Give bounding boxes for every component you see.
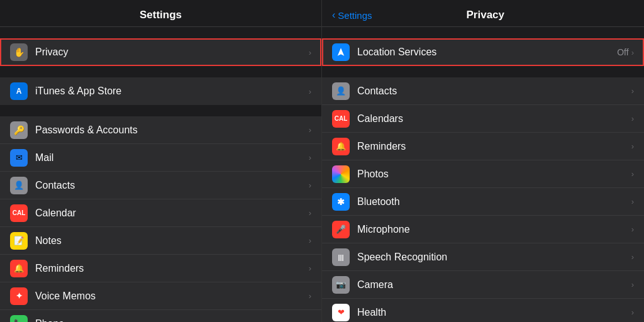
phone-label: Phone — [35, 318, 309, 323]
appstore-icon: A — [10, 82, 28, 100]
calendar-label: Calendar — [35, 208, 309, 219]
chevron-icon: › — [631, 197, 634, 206]
reminders2-icon: 🔔 — [332, 138, 350, 155]
chevron-icon: › — [309, 236, 311, 245]
voicememos-item[interactable]: ✦ Voice Memos › — [0, 282, 321, 310]
location-item[interactable]: Location Services Off › — [322, 38, 644, 66]
privacy-header: ‹ Settings Privacy — [322, 0, 644, 27]
contacts2-icon: 👤 — [332, 82, 350, 100]
section-privacy: ✋ Privacy › — [0, 38, 321, 66]
settings-title: Settings — [140, 9, 182, 21]
speech-label: Speech Recognition — [357, 252, 631, 263]
section-privacy-items: 👤 Contacts › CAL Calendars › 🔔 Reminders… — [322, 77, 644, 322]
voicememos-icon: ✦ — [10, 287, 28, 305]
mail-icon: ✉ — [10, 149, 28, 167]
microphone-item[interactable]: 🎤 Microphone › — [322, 216, 644, 243]
reminders-label: Reminders — [35, 263, 309, 274]
chevron-icon: › — [309, 291, 311, 301]
speech-item[interactable]: ||| Speech Recognition › — [322, 243, 644, 271]
voicememos-label: Voice Memos — [35, 291, 309, 302]
chevron-icon: › — [631, 280, 634, 289]
appstore-label: iTunes & App Store — [35, 86, 309, 97]
privacy-panel: ‹ Settings Privacy Location Services Off… — [322, 0, 644, 322]
camera-icon: 📷 — [332, 276, 350, 294]
phone-icon: 📞 — [10, 315, 28, 323]
camera-label: Camera — [357, 279, 631, 291]
chevron-icon: › — [309, 319, 311, 322]
back-arrow-icon: ‹ — [332, 9, 335, 21]
privacy-list: Location Services Off › 👤 Contacts › CAL… — [322, 27, 644, 322]
chevron-icon: › — [309, 264, 311, 273]
notes-item[interactable]: 📝 Notes › — [0, 227, 321, 255]
location-label: Location Services — [357, 47, 617, 58]
chevron-icon: › — [631, 142, 634, 151]
calendars2-label: Calendars — [357, 113, 631, 125]
notes-label: Notes — [35, 235, 309, 247]
calendar-icon: CAL — [10, 204, 28, 222]
bluetooth-item[interactable]: ✱ Bluetooth › — [322, 188, 644, 216]
settings-list: ✋ Privacy › A iTunes & App Store › 🔑 — [0, 27, 321, 322]
calendar-item[interactable]: CAL Calendar › — [0, 199, 321, 227]
chevron-icon: › — [631, 169, 634, 179]
photos-label: Photos — [357, 169, 631, 180]
reminders-item[interactable]: 🔔 Reminders › — [0, 255, 321, 282]
passwords-label: Passwords & Accounts — [35, 125, 309, 136]
back-label[interactable]: Settings — [338, 10, 372, 21]
location-value: Off — [617, 47, 628, 57]
chevron-icon: › — [309, 153, 311, 162]
bluetooth-icon: ✱ — [332, 193, 350, 211]
section-itunes: A iTunes & App Store › — [0, 77, 321, 105]
health-item[interactable]: ❤ Health › — [322, 299, 644, 322]
section-apps: 🔑 Passwords & Accounts › ✉ Mail › 👤 Cont… — [0, 116, 321, 322]
chevron-icon: › — [631, 308, 634, 317]
privacy-label: Privacy — [35, 47, 309, 58]
settings-header: Settings — [0, 0, 321, 27]
reminders-icon: 🔔 — [10, 260, 28, 277]
microphone-icon: 🎤 — [332, 221, 350, 238]
photos-item[interactable]: Photos › — [322, 160, 644, 188]
privacy-item[interactable]: ✋ Privacy › — [0, 38, 321, 66]
settings-panel: Settings ✋ Privacy › A iTunes & App Stor… — [0, 0, 322, 322]
speech-icon: ||| — [332, 248, 350, 266]
health-label: Health — [357, 307, 631, 318]
chevron-icon: › — [631, 252, 634, 262]
photos-icon — [332, 165, 350, 183]
chevron-icon: › — [309, 48, 311, 57]
microphone-label: Microphone — [357, 224, 631, 235]
reminders2-item[interactable]: 🔔 Reminders › — [322, 133, 644, 160]
mail-label: Mail — [35, 152, 309, 164]
mail-item[interactable]: ✉ Mail › — [0, 144, 321, 172]
contacts2-label: Contacts — [357, 86, 631, 97]
contacts-icon: 👤 — [10, 177, 28, 194]
contacts2-item[interactable]: 👤 Contacts › — [322, 77, 644, 105]
chevron-icon: › — [631, 48, 634, 57]
chevron-icon: › — [631, 114, 634, 123]
phone-item[interactable]: 📞 Phone › — [0, 310, 321, 322]
appstore-item[interactable]: A iTunes & App Store › — [0, 77, 321, 105]
location-icon — [332, 43, 350, 61]
camera-item[interactable]: 📷 Camera › — [322, 271, 644, 299]
chevron-icon: › — [309, 208, 311, 218]
contacts-label: Contacts — [35, 180, 309, 191]
contacts-item[interactable]: 👤 Contacts › — [0, 172, 321, 199]
health-icon: ❤ — [332, 304, 350, 321]
bluetooth-label: Bluetooth — [357, 196, 631, 208]
passwords-icon: 🔑 — [10, 121, 28, 139]
passwords-item[interactable]: 🔑 Passwords & Accounts › — [0, 116, 321, 144]
chevron-icon: › — [309, 125, 311, 135]
section-location: Location Services Off › — [322, 38, 644, 66]
chevron-icon: › — [309, 180, 311, 190]
chevron-icon: › — [309, 87, 311, 96]
notes-icon: 📝 — [10, 232, 28, 250]
chevron-icon: › — [631, 225, 634, 234]
calendars2-item[interactable]: CAL Calendars › — [322, 105, 644, 133]
reminders2-label: Reminders — [357, 141, 631, 152]
privacy-icon: ✋ — [10, 43, 28, 61]
privacy-title: Privacy — [375, 9, 596, 21]
chevron-icon: › — [631, 86, 634, 96]
calendars2-icon: CAL — [332, 110, 350, 128]
